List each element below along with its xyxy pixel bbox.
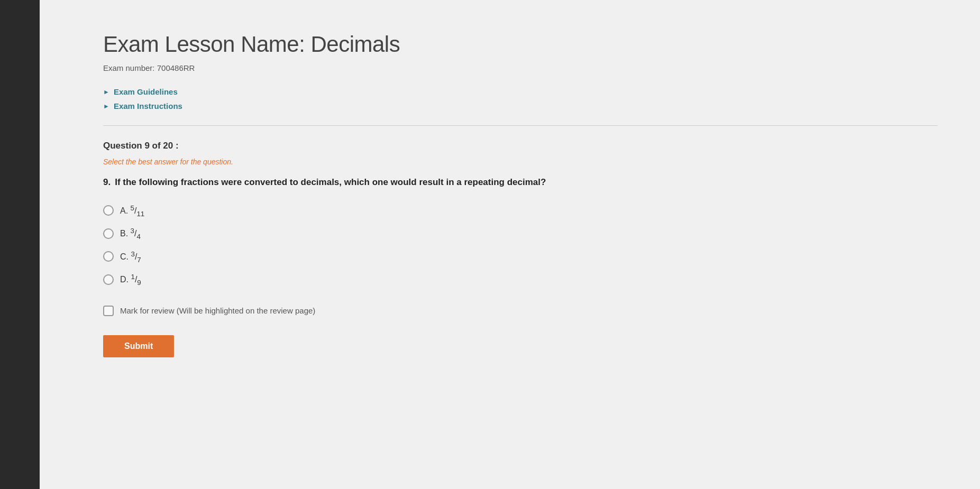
option-b[interactable]: B. 3/4 xyxy=(103,227,938,241)
arrow-icon: ► xyxy=(103,88,109,96)
radio-b[interactable] xyxy=(103,228,114,239)
option-a[interactable]: A. 5/11 xyxy=(103,204,938,218)
answer-options: A. 5/11 B. 3/4 C. 3/7 D. 1/9 xyxy=(103,204,938,287)
question-counter: Question 9 of 20 : xyxy=(103,141,938,151)
submit-button[interactable]: Submit xyxy=(103,335,174,357)
option-a-label: A. 5/11 xyxy=(120,204,144,218)
radio-c[interactable] xyxy=(103,251,114,262)
radio-d[interactable] xyxy=(103,274,114,285)
option-c[interactable]: C. 3/7 xyxy=(103,250,938,264)
mark-review-row[interactable]: Mark for review (Will be highlighted on … xyxy=(103,306,938,316)
main-content: Exam Lesson Name: Decimals Exam number: … xyxy=(40,0,980,489)
exam-instructions-label: Exam Instructions xyxy=(114,102,182,110)
question-instruction: Select the best answer for the question. xyxy=(103,158,938,166)
mark-review-label: Mark for review (Will be highlighted on … xyxy=(120,306,315,315)
exam-number: Exam number: 700486RR xyxy=(103,63,938,72)
option-c-label: C. 3/7 xyxy=(120,250,141,264)
exam-guidelines-label: Exam Guidelines xyxy=(114,87,178,96)
exam-title: Exam Lesson Name: Decimals xyxy=(103,32,938,57)
exam-guidelines-toggle[interactable]: ► Exam Guidelines xyxy=(103,87,938,96)
question-text: 9.If the following fractions were conver… xyxy=(103,176,938,189)
mark-review-checkbox[interactable] xyxy=(103,306,114,316)
sidebar xyxy=(0,0,40,489)
option-d[interactable]: D. 1/9 xyxy=(103,273,938,287)
exam-instructions-toggle[interactable]: ► Exam Instructions xyxy=(103,102,938,110)
option-b-label: B. 3/4 xyxy=(120,227,141,241)
submit-area: Submit xyxy=(103,335,938,357)
section-divider xyxy=(103,125,938,126)
question-number: 9. xyxy=(103,177,111,187)
radio-a[interactable] xyxy=(103,205,114,216)
option-d-label: D. 1/9 xyxy=(120,273,141,287)
question-body: If the following fractions were converte… xyxy=(115,177,546,187)
arrow-icon-2: ► xyxy=(103,103,109,110)
